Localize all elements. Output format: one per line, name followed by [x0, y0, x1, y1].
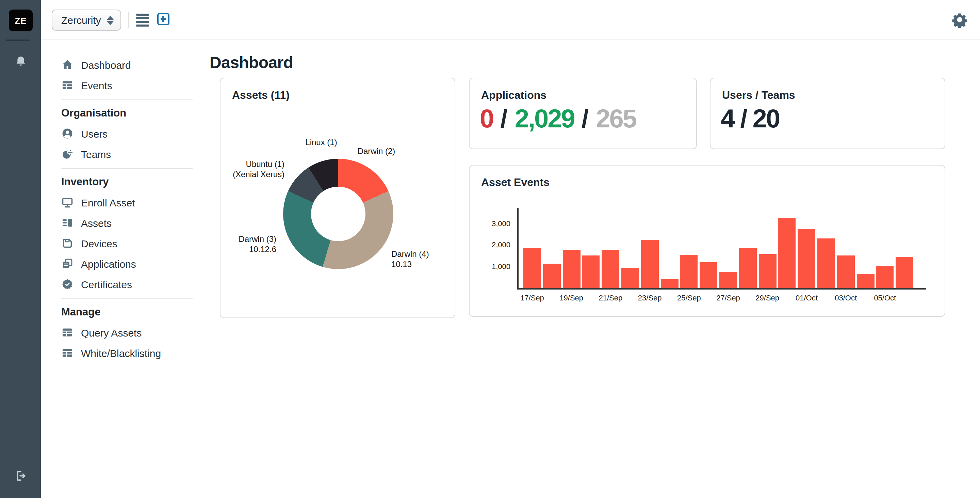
sidebar-item-dashboard[interactable]: Dashboard [61, 54, 197, 75]
sidebar-item-label: Certificates [81, 278, 132, 290]
donut-hole [311, 187, 366, 241]
nav-section-header-organisation: Organisation [61, 103, 197, 123]
donut-slice-label: Ubuntu (1)(Xenial Xerus) [233, 160, 285, 179]
sidebar-item-events[interactable]: Events [61, 75, 197, 96]
team-add-icon [61, 148, 73, 160]
bar-23-Sep [641, 240, 659, 288]
bar-20-Sep [582, 256, 600, 288]
bar-17-Sep [523, 247, 541, 288]
select-arrows-icon [107, 15, 114, 25]
logout-button[interactable] [0, 463, 41, 490]
users-teams-card-title: Users / Teams [722, 89, 795, 102]
menu-button[interactable] [136, 14, 149, 27]
sidebar-item-users[interactable]: Users [61, 123, 197, 144]
bar-01-Oct [798, 229, 815, 288]
app-window: ZE Zercurity DashboardEventsOrganisatio [0, 0, 980, 498]
stat-part: 265 [596, 104, 636, 133]
stat-part: 2,029 [515, 104, 574, 133]
table-icon [61, 326, 73, 338]
sidebar-item-label: White/Blacklisting [81, 347, 161, 359]
users-teams-card: Users / Teams 4 / 20 [710, 78, 945, 149]
assets-card: Assets (11) Darwin (2)Darwin (4)10.13Dar… [220, 78, 455, 318]
organisation-select-value: Zercurity [61, 14, 101, 26]
y-axis-line [517, 208, 518, 288]
bar-19-Sep [563, 251, 580, 288]
sidebar-item-white-blacklisting[interactable]: White/Blacklisting [61, 343, 197, 363]
bar-25-Sep [680, 255, 698, 288]
page-title: Dashboard [210, 53, 293, 72]
settings-button[interactable] [951, 11, 968, 28]
x-tick-label: 21/Sep [589, 294, 632, 302]
x-tick-label: 03/Oct [824, 294, 868, 302]
nav-section-header-inventory: Inventory [61, 172, 197, 192]
icon-rail: ZE [0, 0, 41, 498]
notifications-button[interactable] [0, 49, 41, 76]
rail-separator [6, 40, 30, 41]
app-logo[interactable]: ZE [9, 10, 33, 31]
sidebar-item-label: Assets [81, 217, 111, 228]
applications-stat-value: 0 / 2,029 / 265 [480, 104, 636, 134]
users-teams-stat-value: 4 / 20 [721, 104, 779, 134]
sidebar-item-enroll-asset[interactable]: Enroll Asset [61, 192, 197, 212]
bar-05-Oct [876, 266, 894, 288]
list-box-icon [61, 217, 73, 229]
asset-events-card: Asset Events 1,0002,0003,000 17/Sep19/Se… [469, 165, 945, 317]
x-tick-label: 01/Oct [785, 294, 828, 302]
sidebar-item-certificates[interactable]: Certificates [61, 274, 197, 294]
bell-icon [14, 55, 27, 70]
user-circle-icon [61, 128, 73, 140]
bar-06-Oct [896, 257, 913, 288]
sidebar-item-label: Applications [81, 258, 136, 270]
nav-section-header-manage: Manage [61, 302, 197, 322]
sidebar-item-label: Dashboard [81, 59, 131, 70]
asset-events-card-title: Asset Events [481, 176, 550, 189]
home-icon [61, 59, 73, 71]
donut-slice-label: Linux (1) [305, 137, 337, 147]
sidebar-item-query-assets[interactable]: Query Assets [61, 322, 197, 343]
bar-30-Sep [778, 218, 796, 288]
donut-slice-label: Darwin (4)10.13 [391, 249, 429, 269]
applications-card-title: Applications [481, 89, 546, 102]
x-tick-label: 29/Sep [746, 294, 789, 302]
x-tick-label: 17/Sep [511, 294, 554, 302]
gear-icon [951, 18, 968, 30]
sidebar-item-applications[interactable]: Applications [61, 254, 197, 274]
bar-03-Oct [837, 256, 855, 288]
table-icon [61, 79, 73, 91]
bar-22-Sep [621, 267, 639, 288]
sidebar-item-label: Enroll Asset [81, 196, 135, 208]
table-icon [61, 347, 73, 359]
sidebar-nav: DashboardEventsOrganisationUsersTeamsInv… [61, 54, 197, 363]
sidebar-item-label: Teams [81, 148, 111, 160]
stat-part: / [574, 104, 596, 133]
organisation-select[interactable]: Zercurity [52, 10, 121, 31]
bar-04-Oct [856, 274, 874, 288]
y-tick-label: 1,000 [478, 262, 511, 270]
x-axis-line [517, 288, 926, 289]
floppy-icon [61, 237, 73, 249]
donut-slice-label: Darwin (2) [358, 147, 395, 156]
bar-24-Sep [660, 279, 678, 288]
bar-29-Sep [759, 254, 776, 288]
top-bar: Zercurity [41, 0, 980, 40]
bar-02-Oct [817, 238, 835, 288]
stat-part: / [493, 104, 514, 133]
sidebar-item-assets[interactable]: Assets [61, 212, 197, 233]
bar-26-Sep [700, 262, 717, 288]
stat-part: 0 [480, 104, 493, 133]
seal-check-icon [61, 278, 73, 290]
nav-divider [61, 168, 192, 169]
toolbar-divider [128, 12, 129, 28]
sidebar-item-label: Events [81, 79, 112, 91]
assets-card-title: Assets (11) [232, 89, 290, 102]
add-button[interactable] [157, 13, 169, 25]
x-tick-label: 05/Oct [863, 294, 907, 302]
bar-28-Sep [739, 247, 757, 288]
logout-icon [14, 469, 27, 485]
sidebar-item-teams[interactable]: Teams [61, 144, 197, 164]
sidebar-item-label: Query Assets [81, 327, 142, 338]
bar-18-Sep [543, 263, 561, 288]
sidebar-item-devices[interactable]: Devices [61, 233, 197, 254]
x-tick-label: 27/Sep [706, 294, 750, 302]
applications-card: Applications 0 / 2,029 / 265 [469, 78, 697, 149]
